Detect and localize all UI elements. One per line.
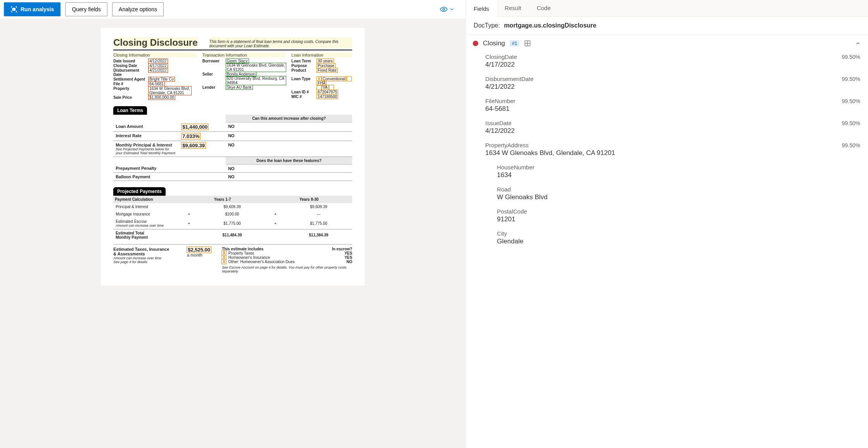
chevron-up-icon[interactable] <box>855 40 861 47</box>
doc-note: This form is a statement of final loan t… <box>209 37 353 48</box>
field-confidence: 99.50% <box>842 98 860 104</box>
ee-y1: $1,775.00 <box>199 218 266 229</box>
lt-q1: Can this amount increase after closing? <box>226 115 352 122</box>
field-value: 91201 <box>470 215 864 229</box>
field-road[interactable]: Road <box>470 184 864 193</box>
group-closing-header[interactable]: Closing #1 <box>470 35 864 52</box>
tab-result[interactable]: Result <box>497 0 529 16</box>
sale-price-label: Sale Price <box>113 95 146 100</box>
eti-i2: Homeowner's Insurance <box>228 255 342 260</box>
lender-value: Skye AU Bank <box>226 85 252 90</box>
interest-rate-inc: NO <box>226 131 352 141</box>
disb-date-label: Disbursement Date <box>113 68 146 77</box>
field-value: 4/12/2022 <box>470 126 864 140</box>
file-no-label: File # <box>113 82 146 86</box>
field-propertyaddress[interactable]: PropertyAddress99.50% <box>470 140 864 148</box>
run-analysis-label: Run analysis <box>21 6 54 12</box>
field-value: Glendale <box>470 237 864 251</box>
svg-rect-1 <box>14 8 14 10</box>
lender-label: Lender <box>202 85 224 90</box>
product-label: Product <box>291 68 315 72</box>
field-filenumber[interactable]: FileNumber99.50% <box>470 96 864 104</box>
plus-icon: + <box>179 218 199 229</box>
loan-type-va: VA <box>322 85 329 90</box>
field-disbursementdate[interactable]: DisbursementDate99.50% <box>470 74 864 82</box>
et-y2: $11,384.39 <box>285 229 352 241</box>
analyze-options-button[interactable]: Analyze options <box>112 2 164 16</box>
lt-q2: Does the loan have these features? <box>226 157 352 164</box>
closing-date-value: 4/17/2022 <box>149 64 168 68</box>
loan-type-label: Loan Type <box>291 77 315 81</box>
document-canvas[interactable]: Closing Disclosure This form is a statem… <box>0 19 465 448</box>
eti-e3: NO <box>346 260 352 264</box>
seller-name: Bonita Anderson <box>226 72 256 76</box>
field-name: PropertyAddress <box>485 142 842 148</box>
mpi-note: See Projected Payments below for your Es… <box>116 147 177 155</box>
loan-id-label: Loan ID # <box>291 90 315 94</box>
doctype-label: DocType: <box>474 22 500 29</box>
loan-id-value: 672047875 <box>317 90 338 94</box>
field-confidence: 99.50% <box>842 120 860 126</box>
field-name: IssueDate <box>485 120 842 126</box>
closing-info-head: Closing Information <box>113 53 197 57</box>
table-icon[interactable] <box>524 40 531 47</box>
field-closingdate[interactable]: ClosingDate99.50% <box>470 52 864 60</box>
field-housenumber[interactable]: HouseNumber <box>470 162 864 171</box>
document-page: Closing Disclosure This form is a statem… <box>101 28 365 286</box>
eti-i1: Property Taxes <box>228 251 342 255</box>
field-value: W Glenoaks Blvd <box>470 193 864 207</box>
field-name: DisbursementDate <box>485 76 842 82</box>
borrower-addr: 1634 W Glenoaks Blvd, Glendale, CA 91201 <box>226 63 286 72</box>
field-issuedate[interactable]: IssueDate99.50% <box>470 118 864 126</box>
field-postalcode[interactable]: PostalCode <box>470 207 864 215</box>
balloon-label: Balloon Payment <box>113 172 179 181</box>
loan-amount-inc: NO <box>226 122 352 132</box>
balloon-ans: NO <box>226 172 352 181</box>
tab-code[interactable]: Code <box>529 0 558 16</box>
et-label-1: Estimated Total <box>116 231 144 235</box>
field-value: 4/21/2022 <box>470 82 864 96</box>
et-y1: $11,484.39 <box>199 229 266 241</box>
closing-date-label: Closing Date <box>113 64 146 68</box>
mi-label: Mortgage Insurance <box>113 210 179 218</box>
eye-icon <box>440 5 448 13</box>
pi-y2: $9,609.39 <box>285 203 352 210</box>
settle-agent-label: Settlement Agent <box>113 77 146 81</box>
field-city[interactable]: City <box>470 229 864 237</box>
pi-label: Principal & Interest <box>113 203 179 210</box>
toolbar: Run analysis Query fields Analyze option… <box>0 0 465 19</box>
projected-payments-table: Payment CalculationYears 1-7Years 8-30 P… <box>113 196 352 241</box>
eti-l2: & Assessments <box>113 252 145 256</box>
doc-title: Closing Disclosure <box>113 37 197 48</box>
doctype-value: mortgage.us.closingDisclosure <box>504 22 596 29</box>
eti-per: a month <box>187 253 202 257</box>
file-no-value: 64-5681 <box>149 82 164 86</box>
view-dropdown[interactable] <box>440 5 462 13</box>
fields-scroll[interactable]: Closing #1 ClosingDate99.50% 4/17/2022 D… <box>466 35 868 448</box>
query-fields-button[interactable]: Query fields <box>65 2 107 16</box>
field-value: 1634 <box>470 171 864 184</box>
run-analysis-button[interactable]: Run analysis <box>4 2 61 16</box>
tabs: Fields Result Code <box>466 0 868 17</box>
interest-rate-value: 7.033% <box>182 133 200 139</box>
field-value: 1634 W Glenoaks Blvd, Glendale, CA 91201 <box>470 148 864 162</box>
loan-amount-label: Loan Amount <box>113 122 179 132</box>
purpose-value: Purchase <box>317 64 335 68</box>
prepay-ans: NO <box>226 164 352 172</box>
eti-l1: Estimated Taxes, Insurance <box>113 247 169 252</box>
check-empty-icon: X <box>329 85 334 90</box>
svg-point-3 <box>443 9 445 10</box>
years-1-7: Years 1-7 <box>179 196 266 203</box>
eti-inc-head: This estimate includes <box>222 247 332 251</box>
borrower-label: Borrower <box>202 59 224 63</box>
chevron-down-icon <box>449 7 455 12</box>
plus-icon: + <box>266 210 285 218</box>
tab-fields[interactable]: Fields <box>466 0 497 17</box>
eti-e2: YES <box>344 255 352 260</box>
pi-y1: $9,609.39 <box>199 203 266 210</box>
date-issued-value: 4/12/2022 <box>149 59 168 63</box>
loan-term-value: 30 years <box>317 59 333 63</box>
field-value: 64-5681 <box>470 104 864 118</box>
eti-i3: Other: Homeowner's Association Dues <box>228 260 344 264</box>
check-empty-icon: X <box>317 85 321 90</box>
